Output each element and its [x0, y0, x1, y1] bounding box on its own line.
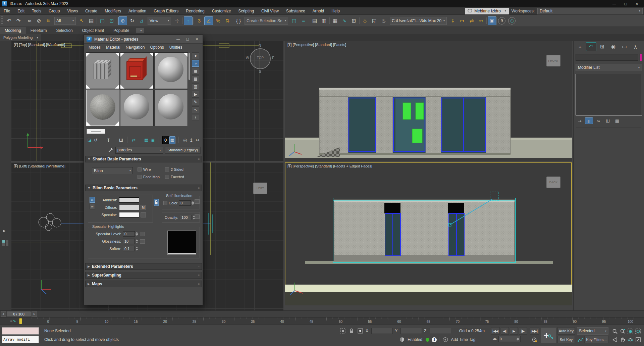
sample-uv-tiling-icon[interactable]: ▩ [192, 76, 199, 82]
field-of-view-icon[interactable] [611, 336, 619, 344]
material-editor-menu-item[interactable]: Utilities [167, 45, 185, 50]
ribbon-tab[interactable]: Object Paint [77, 27, 109, 34]
me-maximize-button[interactable]: ▢ [184, 36, 191, 42]
orbit-icon[interactable] [627, 336, 634, 344]
menu-item[interactable]: Arnold [309, 7, 328, 15]
viewport-filter-icon[interactable] [287, 43, 291, 46]
toolbar-drag-handle[interactable] [1, 16, 3, 25]
material-name-dropdown[interactable]: paredes ▾ [115, 147, 163, 154]
timeline-playhead[interactable] [19, 318, 22, 324]
shader-checkbox[interactable]: Faceted [165, 175, 195, 179]
me-close-button[interactable]: ✕ [194, 36, 200, 42]
menu-item[interactable]: Customize [208, 7, 235, 15]
rendered-frame-window-icon[interactable]: ◱ [370, 16, 379, 25]
select-by-material-icon[interactable]: ↖ [192, 106, 199, 113]
absolute-offset-mode-icon[interactable] [357, 328, 364, 334]
menu-item[interactable]: Substance [282, 7, 309, 15]
mirror-icon[interactable]: ◫ [290, 16, 299, 25]
sample-slots-h-scrollbar[interactable] [87, 129, 105, 134]
polygon-modeling-panel-tab[interactable]: Polygon Modeling ▾ [0, 34, 41, 41]
percent-snap-toggle-icon[interactable]: % [214, 16, 222, 25]
shader-checkbox[interactable]: Wire [138, 167, 165, 171]
collapsed-rollout[interactable]: ▶ Maps ≡ [85, 281, 202, 287]
previous-frame-arrow[interactable]: < [1, 311, 6, 317]
go-forward-to-sibling-icon[interactable]: ↦ [195, 136, 201, 144]
ribbon-tab[interactable]: Selection [51, 27, 77, 34]
opacity-spinner[interactable]: 100 [180, 215, 195, 220]
self-illum-map-button[interactable] [195, 199, 200, 204]
select-by-name-icon[interactable]: ▤ [87, 16, 96, 25]
selection-filter-dropdown[interactable]: All▾ [54, 17, 76, 25]
shader-checkbox[interactable]: 2-Sided [165, 167, 195, 171]
time-slider-indicator[interactable]: 0 / 100 [7, 311, 31, 316]
material-editor-menu-item[interactable]: Options [147, 45, 166, 50]
material-slot-red-crate[interactable] [120, 52, 154, 89]
ribbon-tab[interactable]: Modeling [0, 27, 26, 34]
set-key-button[interactable]: Set Key [557, 336, 575, 343]
self-illum-spinner[interactable]: 0 [179, 200, 194, 206]
toggle-scene-explorer-icon[interactable]: ▤ [310, 16, 319, 25]
undo-history-count-badge[interactable]: 9 [498, 17, 505, 24]
z-coordinate-field[interactable] [430, 328, 451, 334]
play-button[interactable]: ▶ [510, 327, 518, 335]
video-color-check-icon[interactable]: ▥ [192, 83, 199, 90]
autobackup-clock-icon[interactable]: ◷ [508, 17, 516, 24]
viewport-filter-icon[interactable] [14, 43, 17, 46]
opacity-map-button[interactable] [195, 214, 200, 219]
enabled-count-badge[interactable]: 1 [432, 337, 437, 342]
highlight-map-button[interactable] [140, 239, 145, 244]
menu-item[interactable]: File [0, 7, 14, 15]
viewcube[interactable]: LEFT [253, 183, 267, 194]
zoom-extents-all-icon[interactable] [634, 327, 642, 335]
maximize-viewport-toggle-icon[interactable] [634, 336, 642, 344]
background-icon[interactable]: ▦ [192, 68, 199, 75]
reset-map-icon[interactable]: Ш [118, 136, 124, 144]
ribbon-overflow-button[interactable]: ▾ [136, 28, 144, 33]
highlight-spinner[interactable]: 0.1 [123, 246, 138, 251]
tab-hierarchy[interactable]: ⊞ [597, 42, 607, 51]
select-and-scale-icon[interactable]: ⊿ [137, 16, 146, 25]
export-asset-icon[interactable]: ↤ [477, 16, 485, 25]
window-crossing-icon[interactable]: ⊡ [107, 16, 116, 25]
key-filters-icon[interactable] [577, 337, 584, 343]
material-slot-sphere-2[interactable] [120, 90, 154, 126]
make-preview-icon[interactable]: ▶ [192, 91, 199, 98]
material-editor-menu-item[interactable]: Modes [86, 45, 103, 50]
rollout-shader-basic-parameters[interactable]: ▼ Shader Basic Parameters ≡ [85, 156, 202, 162]
remove-modifier-icon[interactable]: Ш [604, 117, 612, 124]
maxscript-mini-listener[interactable]: Array modifi [2, 336, 39, 343]
options-icon[interactable]: ✎ [192, 99, 199, 105]
material-editor-window[interactable]: 3 Material Editor - paredes —▢✕ ModesMat… [84, 35, 203, 305]
show-material-in-viewport-icon[interactable]: ▦ [169, 136, 175, 144]
curve-editor-icon[interactable]: ∿ [340, 16, 349, 25]
schematic-view-icon[interactable]: ⊞ [350, 16, 358, 25]
spinner-arrows-icon[interactable] [192, 201, 194, 205]
maximize-button[interactable]: ▢ [621, 1, 631, 7]
material-slot-concrete-selected[interactable] [86, 90, 119, 126]
tab-motion[interactable]: ◉ [608, 42, 619, 51]
time-configuration-icon[interactable] [531, 337, 538, 343]
spinner-snap-toggle-icon[interactable]: ⇅ [223, 16, 232, 25]
put-to-library-icon[interactable]: ▦ [143, 136, 149, 144]
collapsed-rollout[interactable]: ▶ Extended Parameters ≡ [85, 263, 202, 270]
material-map-navigator-icon[interactable]: ⋮ [192, 114, 199, 121]
diffuse-map-button[interactable]: M [141, 205, 146, 210]
select-and-link-icon[interactable]: ∞ [25, 16, 34, 25]
save-file-icon[interactable]: ▣ [488, 16, 496, 25]
highlight-spinner[interactable]: 0 [123, 231, 138, 237]
show-end-result-icon[interactable]: ▯ [585, 117, 593, 124]
menu-item[interactable]: Graph Editors [150, 7, 182, 15]
tab-modify[interactable]: ◠ [586, 42, 596, 51]
next-frame-arrow[interactable]: > [32, 311, 37, 317]
viewport-label[interactable]: [+] [Perspective] [Standard] [Facets + E… [287, 164, 372, 168]
make-material-copy-icon[interactable]: ⇄ [131, 136, 137, 144]
adaptive-degradation-shield-icon[interactable] [398, 336, 405, 343]
toggle-ribbon-icon[interactable]: ▦ [331, 16, 339, 25]
shader-checkbox[interactable]: Face Map [138, 175, 165, 179]
redo-icon[interactable]: ↷ [14, 16, 23, 25]
add-time-tag-label[interactable]: Add Time Tag [451, 337, 475, 342]
undo-icon[interactable]: ↶ [5, 16, 13, 25]
material-editor-menu-item[interactable]: Navigation [123, 45, 148, 50]
time-tag-cube-icon[interactable] [442, 336, 448, 343]
snaps-toggle-icon[interactable]: 3 [195, 16, 204, 25]
